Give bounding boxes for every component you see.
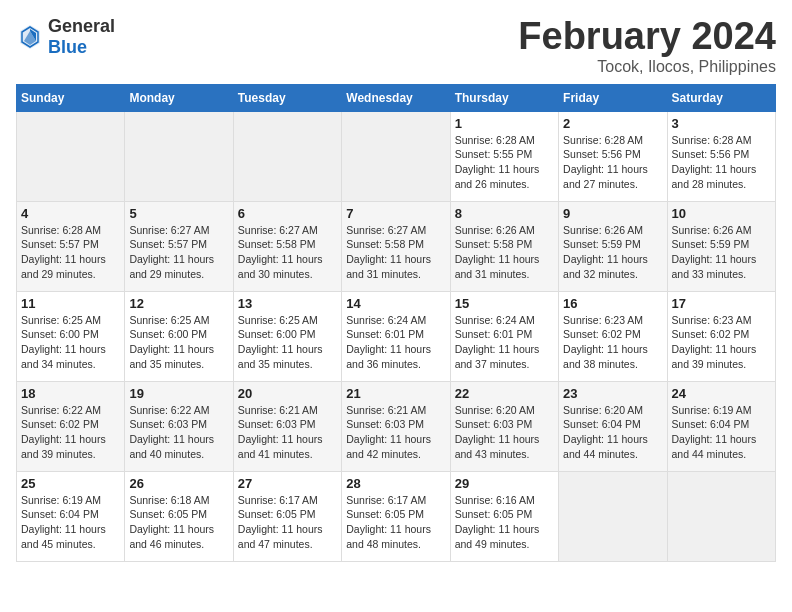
day-number: 21 bbox=[346, 386, 445, 401]
day-number: 5 bbox=[129, 206, 228, 221]
calendar-cell: 8Sunrise: 6:26 AMSunset: 5:58 PMDaylight… bbox=[450, 201, 558, 291]
calendar-cell: 10Sunrise: 6:26 AMSunset: 5:59 PMDayligh… bbox=[667, 201, 775, 291]
day-number: 11 bbox=[21, 296, 120, 311]
calendar-cell bbox=[667, 471, 775, 561]
day-number: 24 bbox=[672, 386, 771, 401]
day-number: 12 bbox=[129, 296, 228, 311]
day-info: Sunrise: 6:27 AMSunset: 5:57 PMDaylight:… bbox=[129, 223, 228, 282]
day-of-week-header: Saturday bbox=[667, 84, 775, 111]
day-info: Sunrise: 6:23 AMSunset: 6:02 PMDaylight:… bbox=[672, 313, 771, 372]
day-info: Sunrise: 6:23 AMSunset: 6:02 PMDaylight:… bbox=[563, 313, 662, 372]
calendar-header-row: SundayMondayTuesdayWednesdayThursdayFrid… bbox=[17, 84, 776, 111]
calendar-cell: 27Sunrise: 6:17 AMSunset: 6:05 PMDayligh… bbox=[233, 471, 341, 561]
calendar-cell: 19Sunrise: 6:22 AMSunset: 6:03 PMDayligh… bbox=[125, 381, 233, 471]
day-number: 15 bbox=[455, 296, 554, 311]
calendar-cell: 17Sunrise: 6:23 AMSunset: 6:02 PMDayligh… bbox=[667, 291, 775, 381]
calendar-cell: 25Sunrise: 6:19 AMSunset: 6:04 PMDayligh… bbox=[17, 471, 125, 561]
calendar-cell: 7Sunrise: 6:27 AMSunset: 5:58 PMDaylight… bbox=[342, 201, 450, 291]
title-area: February 2024 Tocok, Ilocos, Philippines bbox=[518, 16, 776, 76]
day-info: Sunrise: 6:24 AMSunset: 6:01 PMDaylight:… bbox=[346, 313, 445, 372]
page-header: General Blue February 2024 Tocok, Ilocos… bbox=[16, 16, 776, 76]
day-number: 26 bbox=[129, 476, 228, 491]
day-number: 7 bbox=[346, 206, 445, 221]
day-info: Sunrise: 6:19 AMSunset: 6:04 PMDaylight:… bbox=[672, 403, 771, 462]
calendar-cell: 11Sunrise: 6:25 AMSunset: 6:00 PMDayligh… bbox=[17, 291, 125, 381]
calendar-cell bbox=[559, 471, 667, 561]
calendar-cell: 21Sunrise: 6:21 AMSunset: 6:03 PMDayligh… bbox=[342, 381, 450, 471]
calendar-cell bbox=[17, 111, 125, 201]
day-number: 14 bbox=[346, 296, 445, 311]
calendar-cell bbox=[125, 111, 233, 201]
day-number: 27 bbox=[238, 476, 337, 491]
calendar-cell bbox=[342, 111, 450, 201]
calendar-cell: 28Sunrise: 6:17 AMSunset: 6:05 PMDayligh… bbox=[342, 471, 450, 561]
calendar-cell: 20Sunrise: 6:21 AMSunset: 6:03 PMDayligh… bbox=[233, 381, 341, 471]
day-info: Sunrise: 6:28 AMSunset: 5:55 PMDaylight:… bbox=[455, 133, 554, 192]
day-of-week-header: Sunday bbox=[17, 84, 125, 111]
calendar-cell: 23Sunrise: 6:20 AMSunset: 6:04 PMDayligh… bbox=[559, 381, 667, 471]
calendar-cell: 1Sunrise: 6:28 AMSunset: 5:55 PMDaylight… bbox=[450, 111, 558, 201]
day-info: Sunrise: 6:22 AMSunset: 6:02 PMDaylight:… bbox=[21, 403, 120, 462]
calendar-week-row: 11Sunrise: 6:25 AMSunset: 6:00 PMDayligh… bbox=[17, 291, 776, 381]
calendar-cell: 29Sunrise: 6:16 AMSunset: 6:05 PMDayligh… bbox=[450, 471, 558, 561]
calendar-cell: 16Sunrise: 6:23 AMSunset: 6:02 PMDayligh… bbox=[559, 291, 667, 381]
day-number: 10 bbox=[672, 206, 771, 221]
day-info: Sunrise: 6:17 AMSunset: 6:05 PMDaylight:… bbox=[238, 493, 337, 552]
day-of-week-header: Tuesday bbox=[233, 84, 341, 111]
day-info: Sunrise: 6:28 AMSunset: 5:56 PMDaylight:… bbox=[672, 133, 771, 192]
calendar-table: SundayMondayTuesdayWednesdayThursdayFrid… bbox=[16, 84, 776, 562]
logo: General Blue bbox=[16, 16, 115, 58]
month-title: February 2024 bbox=[518, 16, 776, 58]
logo-text: General Blue bbox=[48, 16, 115, 58]
day-info: Sunrise: 6:17 AMSunset: 6:05 PMDaylight:… bbox=[346, 493, 445, 552]
calendar-cell: 6Sunrise: 6:27 AMSunset: 5:58 PMDaylight… bbox=[233, 201, 341, 291]
calendar-cell: 5Sunrise: 6:27 AMSunset: 5:57 PMDaylight… bbox=[125, 201, 233, 291]
day-number: 22 bbox=[455, 386, 554, 401]
day-number: 2 bbox=[563, 116, 662, 131]
day-number: 28 bbox=[346, 476, 445, 491]
day-info: Sunrise: 6:19 AMSunset: 6:04 PMDaylight:… bbox=[21, 493, 120, 552]
day-info: Sunrise: 6:26 AMSunset: 5:59 PMDaylight:… bbox=[672, 223, 771, 282]
calendar-week-row: 1Sunrise: 6:28 AMSunset: 5:55 PMDaylight… bbox=[17, 111, 776, 201]
day-info: Sunrise: 6:18 AMSunset: 6:05 PMDaylight:… bbox=[129, 493, 228, 552]
calendar-cell: 26Sunrise: 6:18 AMSunset: 6:05 PMDayligh… bbox=[125, 471, 233, 561]
calendar-cell: 22Sunrise: 6:20 AMSunset: 6:03 PMDayligh… bbox=[450, 381, 558, 471]
day-info: Sunrise: 6:28 AMSunset: 5:57 PMDaylight:… bbox=[21, 223, 120, 282]
day-number: 18 bbox=[21, 386, 120, 401]
day-info: Sunrise: 6:28 AMSunset: 5:56 PMDaylight:… bbox=[563, 133, 662, 192]
day-info: Sunrise: 6:24 AMSunset: 6:01 PMDaylight:… bbox=[455, 313, 554, 372]
day-info: Sunrise: 6:26 AMSunset: 5:58 PMDaylight:… bbox=[455, 223, 554, 282]
day-number: 19 bbox=[129, 386, 228, 401]
day-number: 23 bbox=[563, 386, 662, 401]
day-info: Sunrise: 6:16 AMSunset: 6:05 PMDaylight:… bbox=[455, 493, 554, 552]
day-of-week-header: Wednesday bbox=[342, 84, 450, 111]
calendar-week-row: 25Sunrise: 6:19 AMSunset: 6:04 PMDayligh… bbox=[17, 471, 776, 561]
day-number: 3 bbox=[672, 116, 771, 131]
day-info: Sunrise: 6:25 AMSunset: 6:00 PMDaylight:… bbox=[129, 313, 228, 372]
calendar-cell bbox=[233, 111, 341, 201]
day-of-week-header: Friday bbox=[559, 84, 667, 111]
calendar-cell: 12Sunrise: 6:25 AMSunset: 6:00 PMDayligh… bbox=[125, 291, 233, 381]
calendar-cell: 18Sunrise: 6:22 AMSunset: 6:02 PMDayligh… bbox=[17, 381, 125, 471]
day-info: Sunrise: 6:21 AMSunset: 6:03 PMDaylight:… bbox=[346, 403, 445, 462]
day-info: Sunrise: 6:25 AMSunset: 6:00 PMDaylight:… bbox=[21, 313, 120, 372]
day-info: Sunrise: 6:20 AMSunset: 6:03 PMDaylight:… bbox=[455, 403, 554, 462]
day-number: 8 bbox=[455, 206, 554, 221]
calendar-cell: 15Sunrise: 6:24 AMSunset: 6:01 PMDayligh… bbox=[450, 291, 558, 381]
day-info: Sunrise: 6:22 AMSunset: 6:03 PMDaylight:… bbox=[129, 403, 228, 462]
calendar-cell: 9Sunrise: 6:26 AMSunset: 5:59 PMDaylight… bbox=[559, 201, 667, 291]
calendar-cell: 2Sunrise: 6:28 AMSunset: 5:56 PMDaylight… bbox=[559, 111, 667, 201]
logo-icon bbox=[16, 23, 44, 51]
calendar-cell: 24Sunrise: 6:19 AMSunset: 6:04 PMDayligh… bbox=[667, 381, 775, 471]
location: Tocok, Ilocos, Philippines bbox=[518, 58, 776, 76]
day-info: Sunrise: 6:27 AMSunset: 5:58 PMDaylight:… bbox=[238, 223, 337, 282]
day-info: Sunrise: 6:26 AMSunset: 5:59 PMDaylight:… bbox=[563, 223, 662, 282]
calendar-cell: 13Sunrise: 6:25 AMSunset: 6:00 PMDayligh… bbox=[233, 291, 341, 381]
day-number: 9 bbox=[563, 206, 662, 221]
day-of-week-header: Thursday bbox=[450, 84, 558, 111]
day-number: 17 bbox=[672, 296, 771, 311]
day-number: 1 bbox=[455, 116, 554, 131]
day-number: 16 bbox=[563, 296, 662, 311]
day-number: 25 bbox=[21, 476, 120, 491]
calendar-week-row: 18Sunrise: 6:22 AMSunset: 6:02 PMDayligh… bbox=[17, 381, 776, 471]
